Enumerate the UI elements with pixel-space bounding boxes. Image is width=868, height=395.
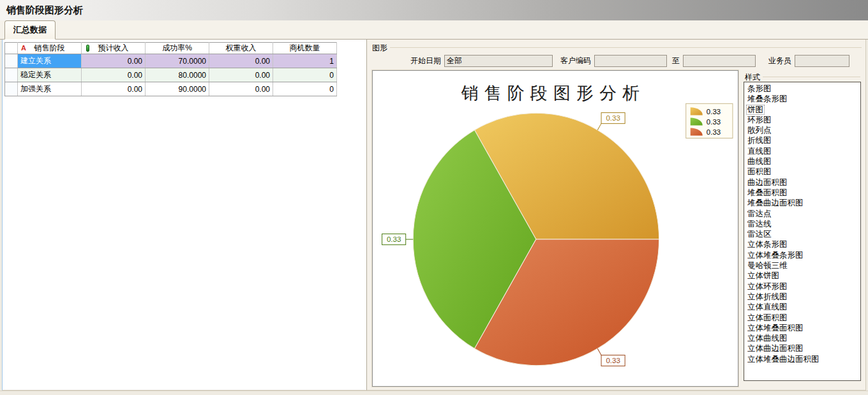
style-option[interactable]: 立体堆叠面积图	[746, 323, 805, 333]
summary-table: A 销售阶段 预计收入 成功率% 权重收入 商机数量	[4, 42, 337, 96]
style-option[interactable]: 饼图	[746, 105, 765, 115]
tab-summary-data[interactable]: 汇总数据	[4, 20, 56, 40]
style-option[interactable]: 立体曲边面积图	[746, 343, 805, 354]
filter-row: 开始日期 客户编码 至 业务员	[370, 52, 863, 69]
grid-cell[interactable]: 90.0000	[146, 82, 209, 96]
sales-stage-analysis-window: 销售阶段图形分析 汇总数据 A 销售阶段 预计收入	[0, 0, 868, 395]
row-selector-header	[5, 43, 18, 54]
style-option[interactable]: 曼哈顿三维	[746, 260, 789, 271]
legend-label: 0.33	[707, 108, 721, 116]
chart-style-list[interactable]: 条形图堆叠条形图饼图环形图散列点折线图直线图曲线图面积图曲边面积图堆叠面积图堆叠…	[744, 82, 861, 381]
main-content: A 销售阶段 预计收入 成功率% 权重收入 商机数量	[0, 40, 868, 391]
grid-cell[interactable]: 70.0000	[146, 54, 209, 68]
style-option[interactable]: 曲线图	[746, 156, 773, 167]
style-option[interactable]: 散列点	[746, 125, 773, 135]
table-row: 稳定关系 0.00 80.0000 0.00 0	[5, 68, 337, 82]
style-option[interactable]: 立体饼图	[746, 271, 781, 281]
grid-cell[interactable]: 0.00	[82, 54, 146, 68]
style-option[interactable]: 立体曲线图	[746, 333, 789, 343]
style-option[interactable]: 立体堆叠条形图	[746, 250, 805, 260]
window-title-bar: 销售阶段图形分析	[0, 0, 868, 20]
slice-value-label: 0.33	[387, 235, 401, 243]
slice-value-label: 0.33	[606, 114, 620, 122]
row-selector-cell[interactable]	[5, 82, 18, 96]
style-option[interactable]: 立体折线图	[746, 292, 789, 302]
style-option[interactable]: 雷达区	[746, 229, 773, 239]
styles-panel: 样式 条形图堆叠条形图饼图环形图散列点折线图直线图曲线图面积图曲边面积图堆叠面积…	[744, 70, 862, 390]
bottom-strip	[0, 391, 868, 395]
column-header-weighted-income[interactable]: 权重收入	[209, 43, 273, 54]
row-selector-cell[interactable]	[5, 54, 18, 68]
legend-label: 0.33	[707, 128, 721, 136]
chart-title: 销售阶段图形分析	[461, 84, 646, 103]
grid-cell[interactable]: 0.00	[82, 82, 146, 96]
salesman-label: 业务员	[768, 56, 791, 66]
style-option[interactable]: 直线图	[746, 146, 773, 156]
column-header-stage[interactable]: A 销售阶段	[18, 43, 82, 54]
chart-and-styles-row: 销售阶段图形分析0.330.330.330.330.330.33 样式 条形图堆…	[370, 69, 863, 390]
text-type-icon: A	[21, 44, 26, 52]
chart-legend: 0.330.330.33	[686, 103, 733, 138]
grid-cell[interactable]: 80.0000	[146, 68, 209, 82]
style-option[interactable]: 立体条形图	[746, 239, 789, 250]
style-option[interactable]: 堆叠曲边面积图	[746, 198, 805, 208]
graph-panel: 图形 开始日期 客户编码 至 业务员 销售阶段图形分析0.330.330.330…	[367, 40, 866, 391]
slice-value-label: 0.33	[606, 357, 620, 364]
style-option[interactable]: 曲边面积图	[746, 177, 789, 188]
to-label: 至	[672, 56, 680, 66]
style-option[interactable]: 立体环形图	[746, 281, 789, 292]
style-option[interactable]: 立体堆叠曲边面积图	[746, 354, 821, 364]
label-leader-line	[597, 348, 601, 355]
tab-strip: 汇总数据	[0, 20, 868, 40]
grid-cell[interactable]: 1	[273, 54, 337, 68]
column-header-success-rate[interactable]: 成功率%	[146, 43, 209, 54]
legend-label: 0.33	[707, 118, 721, 126]
column-header-opportunity-count[interactable]: 商机数量	[273, 43, 337, 54]
column-header-label: 销售阶段	[34, 43, 65, 52]
style-option[interactable]: 立体直线图	[746, 302, 789, 312]
table-row: 建立关系 0.00 70.0000 0.00 1	[5, 54, 337, 68]
column-header-label: 预计收入	[98, 43, 129, 52]
chart-canvas: 销售阶段图形分析0.330.330.330.330.330.33	[372, 70, 738, 387]
style-option[interactable]: 堆叠条形图	[746, 94, 789, 104]
grid-cell[interactable]: 0.00	[209, 82, 273, 96]
label-leader-line	[597, 124, 601, 130]
grid-cell[interactable]: 0.00	[209, 68, 273, 82]
start-date-label: 开始日期	[410, 56, 441, 66]
row-selector-cell[interactable]	[5, 68, 18, 82]
window-title: 销售阶段图形分析	[0, 0, 83, 20]
styles-groupbox-caption: 样式	[744, 70, 862, 82]
customer-code-input[interactable]	[594, 55, 667, 67]
style-option[interactable]: 雷达线	[746, 219, 773, 229]
number-type-icon	[86, 45, 89, 52]
grid-cell[interactable]: 0	[273, 68, 337, 82]
style-option[interactable]: 面积图	[746, 167, 773, 177]
style-option[interactable]: 立体面积图	[746, 313, 789, 323]
summary-grid-panel: A 销售阶段 预计收入 成功率% 权重收入 商机数量	[2, 40, 367, 391]
grid-cell[interactable]: 0.00	[82, 68, 146, 82]
grid-cell-stage[interactable]: 建立关系	[18, 54, 82, 68]
grid-cell[interactable]: 0.00	[209, 54, 273, 68]
start-date-input[interactable]	[444, 55, 553, 67]
style-option[interactable]: 折线图	[746, 135, 773, 145]
style-option[interactable]: 环形图	[746, 115, 773, 125]
grid-cell-stage[interactable]: 稳定关系	[18, 68, 82, 82]
style-option[interactable]: 条形图	[746, 84, 773, 94]
customer-code-label: 客户编码	[560, 56, 591, 66]
column-header-expected-income[interactable]: 预计收入	[82, 43, 146, 54]
pie-chart-svg: 销售阶段图形分析0.330.330.330.330.330.33	[373, 71, 738, 386]
graph-groupbox-caption: 图形	[370, 41, 863, 52]
style-option[interactable]: 堆叠面积图	[746, 188, 789, 198]
grid-cell[interactable]: 0	[273, 82, 337, 96]
table-header-row: A 销售阶段 预计收入 成功率% 权重收入 商机数量	[5, 43, 337, 54]
grid-cell-stage[interactable]: 加强关系	[18, 82, 82, 96]
table-row: 加强关系 0.00 90.0000 0.00 0	[5, 82, 337, 96]
salesman-input[interactable]	[795, 55, 849, 67]
style-option[interactable]: 雷达点	[746, 209, 773, 219]
customer-code-to-input[interactable]	[683, 55, 756, 67]
